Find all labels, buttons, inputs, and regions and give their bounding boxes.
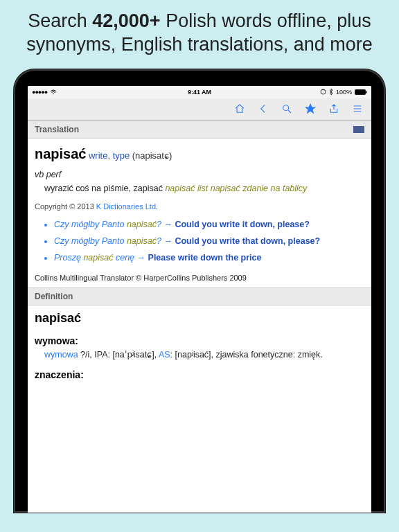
wymowa-link[interactable]: wymowa: [44, 350, 78, 360]
collins-copyright: Collins Multilingual Translator © Harper…: [35, 274, 364, 282]
screen: ●●●●● 9:41 AM 100%: [28, 86, 371, 513]
bluetooth-icon: [329, 89, 333, 95]
home-icon[interactable]: [234, 103, 245, 114]
battery-percent: 100%: [336, 89, 352, 96]
battery-icon: [355, 89, 367, 95]
part-of-speech: vb perf: [35, 168, 364, 181]
copyright-line: Copyright © 2013 K Dictionaries Ltd.: [35, 202, 364, 213]
promo-headline: Search 42,000+ Polish words offline, plu…: [0, 0, 399, 69]
orientation-lock-icon: [320, 89, 326, 95]
flag-icon: [353, 126, 364, 133]
clock: 9:41 AM: [188, 89, 211, 96]
signal-dots-icon: ●●●●●: [32, 89, 47, 96]
svg-rect-2: [355, 89, 366, 94]
menu-icon[interactable]: [352, 103, 363, 114]
examples-list: Czy mógłby Panto napisać? → Could you wr…: [35, 218, 364, 264]
pronunciation: (napisatɕ): [132, 150, 172, 161]
svg-point-0: [53, 93, 54, 94]
back-icon[interactable]: [258, 103, 269, 114]
definition-content: napisać wymowa: wymowa ?/i, IPA: [naˈpʲi…: [28, 305, 371, 380]
svg-rect-3: [366, 91, 367, 93]
share-icon[interactable]: [328, 103, 339, 114]
section-header-definition: Definition: [28, 287, 371, 305]
translation-links[interactable]: write, type: [89, 150, 130, 161]
headword: napisać: [35, 146, 86, 161]
example-item: Proszę napisać cenę → Please write down …: [54, 251, 364, 264]
definition-headword: napisać: [35, 311, 364, 326]
section-header-translation: Translation: [28, 121, 371, 139]
example-item: Czy mógłby Panto napisać? → Could you wr…: [54, 218, 364, 231]
svg-point-4: [283, 105, 289, 111]
search-icon[interactable]: [281, 103, 292, 114]
toolbar: [28, 98, 371, 121]
definition-text: wyrazić coś na piśmie, zapisać napisać l…: [44, 182, 364, 195]
as-link[interactable]: AS: [159, 350, 170, 360]
wifi-icon: [50, 89, 57, 95]
example-item: Czy mógłby Panto napisać? → Could you wr…: [54, 235, 364, 247]
znaczenia-label: znaczenia:: [35, 369, 364, 380]
wymowa-label: wymowa:: [35, 335, 364, 346]
favorite-icon[interactable]: [305, 103, 316, 114]
translation-content: napisać write, type (napisatɕ) vb perf w…: [28, 139, 371, 272]
copyright-link[interactable]: K Dictionaries Ltd: [96, 202, 156, 211]
status-bar: ●●●●● 9:41 AM 100%: [28, 86, 371, 98]
tablet-frame: ●●●●● 9:41 AM 100%: [14, 69, 385, 513]
wymowa-line: wymowa ?/i, IPA: [naˈpʲisatɕ], AS: [napʲ…: [44, 349, 364, 360]
svg-point-1: [321, 89, 326, 94]
